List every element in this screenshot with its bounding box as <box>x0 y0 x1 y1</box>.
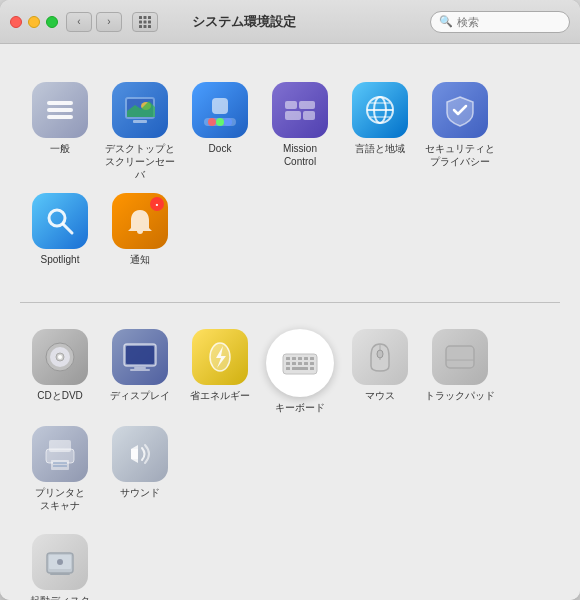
svg-rect-38 <box>134 367 146 369</box>
notify-icon: • <box>112 193 168 249</box>
svg-rect-24 <box>303 111 315 120</box>
section-2: CDとDVD ディスプレイ <box>20 311 560 600</box>
svg-rect-37 <box>126 346 154 364</box>
search-icon: 🔍 <box>439 15 453 28</box>
pref-spotlight[interactable]: Spotlight <box>20 187 100 272</box>
pref-printer[interactable]: プリンタとスキャナ <box>20 420 100 518</box>
cd-icon <box>32 329 88 385</box>
svg-rect-10 <box>47 108 73 112</box>
window-title: システム環境設定 <box>58 13 430 31</box>
svg-point-18 <box>216 118 224 126</box>
spotlight-label: Spotlight <box>41 253 80 266</box>
svg-rect-50 <box>304 362 308 365</box>
divider-1 <box>20 302 560 303</box>
svg-point-35 <box>58 355 62 359</box>
svg-rect-57 <box>446 346 474 368</box>
desktop-icon <box>112 82 168 138</box>
pref-security[interactable]: セキュリティとプライバシー <box>420 76 500 187</box>
svg-rect-11 <box>47 115 73 119</box>
pref-notify[interactable]: • 通知 <box>100 187 180 272</box>
svg-rect-9 <box>47 101 73 105</box>
svg-rect-39 <box>130 369 150 371</box>
keyboard-label: キーボード <box>275 401 325 414</box>
security-label: セキュリティとプライバシー <box>425 142 495 168</box>
energy-label: 省エネルギー <box>190 389 250 402</box>
search-bar[interactable]: 🔍 <box>430 11 570 33</box>
svg-point-19 <box>224 118 232 126</box>
svg-rect-54 <box>310 367 314 370</box>
svg-line-31 <box>63 224 72 233</box>
printer-icon <box>32 426 88 482</box>
pref-keyboard[interactable]: キーボード <box>260 323 340 420</box>
minimize-button[interactable] <box>28 16 40 28</box>
mission-control-label: MissionControl <box>283 142 317 168</box>
startup-label: 起動ディスク <box>30 594 90 600</box>
svg-point-67 <box>57 559 63 565</box>
svg-rect-63 <box>53 465 67 467</box>
traffic-lights <box>10 16 58 28</box>
mission-control-icon <box>272 82 328 138</box>
svg-point-17 <box>208 118 216 126</box>
pref-startup[interactable]: 起動ディスク <box>20 528 100 600</box>
svg-rect-46 <box>310 357 314 360</box>
printer-label: プリンタとスキャナ <box>35 486 85 512</box>
display-icon <box>112 329 168 385</box>
svg-rect-22 <box>299 101 315 109</box>
lang-icon <box>352 82 408 138</box>
search-input[interactable] <box>457 16 561 28</box>
svg-rect-51 <box>310 362 314 365</box>
svg-rect-64 <box>131 449 138 459</box>
mouse-label: マウス <box>365 389 395 402</box>
pref-trackpad[interactable]: トラックパッド <box>420 323 500 420</box>
svg-rect-49 <box>298 362 302 365</box>
svg-rect-23 <box>285 111 301 120</box>
svg-rect-52 <box>286 367 290 370</box>
energy-icon <box>192 329 248 385</box>
lang-label: 言語と地域 <box>355 142 405 155</box>
svg-rect-48 <box>292 362 296 365</box>
content-area: 一般 デスクトップとスクリーンセーバ <box>0 44 580 600</box>
desktop-label: デスクトップとスクリーンセーバ <box>104 142 176 181</box>
svg-rect-44 <box>298 357 302 360</box>
svg-rect-62 <box>53 462 67 464</box>
section-1-grid: 一般 デスクトップとスクリーンセーバ <box>20 76 560 272</box>
sound-label: サウンド <box>120 486 160 499</box>
pref-sound[interactable]: サウンド <box>100 420 180 518</box>
svg-rect-68 <box>50 573 70 575</box>
pref-energy[interactable]: 省エネルギー <box>180 323 260 420</box>
keyboard-icon <box>266 329 334 397</box>
startup-row: 起動ディスク <box>20 528 560 600</box>
sound-icon <box>112 426 168 482</box>
mouse-icon <box>352 329 408 385</box>
section-1: 一般 デスクトップとスクリーンセーバ <box>20 64 560 294</box>
svg-rect-47 <box>286 362 290 365</box>
maximize-button[interactable] <box>46 16 58 28</box>
display-label: ディスプレイ <box>110 389 170 402</box>
pref-mouse[interactable]: マウス <box>340 323 420 420</box>
pref-dock[interactable]: Dock <box>180 76 260 187</box>
pref-cd[interactable]: CDとDVD <box>20 323 100 420</box>
pref-display[interactable]: ディスプレイ <box>100 323 180 420</box>
svg-rect-21 <box>285 101 297 109</box>
close-button[interactable] <box>10 16 22 28</box>
general-label: 一般 <box>50 142 70 155</box>
system-preferences-window: ‹ › システム環境設定 🔍 <box>0 0 580 600</box>
pref-lang[interactable]: 言語と地域 <box>340 76 420 187</box>
svg-rect-42 <box>286 357 290 360</box>
cd-label: CDとDVD <box>37 389 83 402</box>
trackpad-icon <box>432 329 488 385</box>
security-icon <box>432 82 488 138</box>
titlebar: ‹ › システム環境設定 🔍 <box>0 0 580 44</box>
dock-icon <box>192 82 248 138</box>
dock-label: Dock <box>209 142 232 155</box>
svg-rect-14 <box>133 120 147 123</box>
pref-general[interactable]: 一般 <box>20 76 100 187</box>
section-2-grid: CDとDVD ディスプレイ <box>20 323 560 518</box>
svg-rect-53 <box>292 367 308 370</box>
svg-point-56 <box>377 350 383 358</box>
pref-mission-control[interactable]: MissionControl <box>260 76 340 187</box>
trackpad-label: トラックパッド <box>425 389 495 402</box>
spotlight-icon <box>32 193 88 249</box>
startup-icon <box>32 534 88 590</box>
pref-desktop[interactable]: デスクトップとスクリーンセーバ <box>100 76 180 187</box>
